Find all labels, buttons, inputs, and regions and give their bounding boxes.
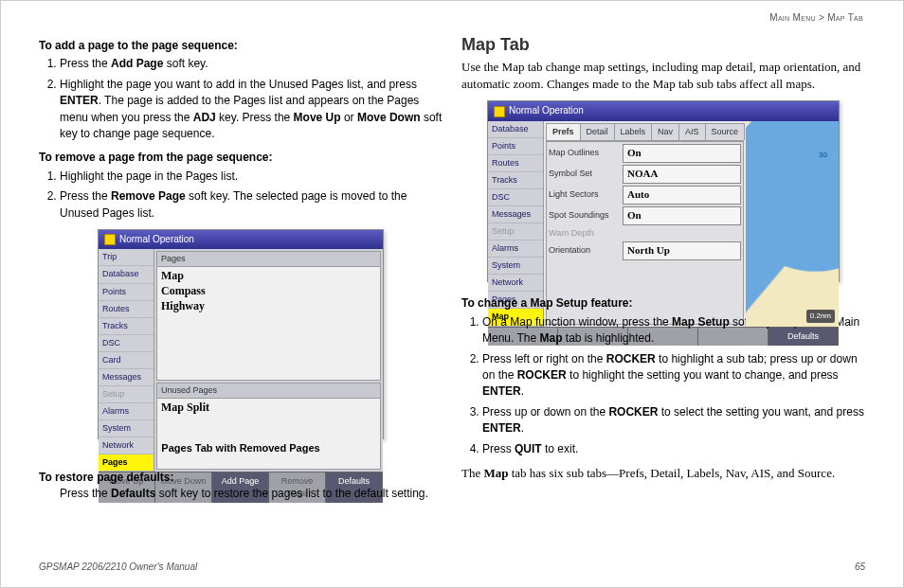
subtab-ais[interactable]: AIS	[678, 123, 706, 140]
add-step-2: Highlight the page you want to add in th…	[60, 77, 443, 143]
pages-tab-screenshot: Normal Operation TripDatabasePointsRoute…	[98, 229, 384, 439]
list-item[interactable]: Compass	[161, 284, 376, 299]
add-head: To add a page to the page sequence:	[39, 38, 443, 54]
sidebar-item-setup[interactable]: Setup	[488, 223, 543, 241]
sidebar-item-points[interactable]: Points	[99, 284, 154, 301]
sidebar-item-card[interactable]: Card	[99, 352, 154, 369]
pages-list: MapCompassHighway	[157, 267, 380, 380]
pages-panel: Pages MapCompassHighway	[156, 251, 381, 381]
map-preview: 30 0.2nm	[746, 121, 839, 327]
sidebar-item-points[interactable]: Points	[488, 138, 543, 155]
sidebar-item-system[interactable]: System	[488, 258, 543, 275]
remove-step-2: Press the Remove Page soft key. The sele…	[60, 188, 443, 222]
breadcrumb-sep: >	[819, 12, 824, 23]
setting-label: Orientation	[549, 244, 623, 257]
sidebar-item-network[interactable]: Network	[488, 275, 543, 292]
pages-panel-head: Pages	[157, 252, 380, 267]
sounding: 30	[819, 150, 827, 161]
sidebar-item-database[interactable]: Database	[99, 266, 154, 283]
subtab-row: PrefsDetailLabelsNavAISSource	[546, 123, 744, 141]
subtab-prefs[interactable]: Prefs	[546, 123, 581, 140]
change-step-3: Press up or down on the ROCKER to select…	[482, 404, 865, 437]
setting-label: Light Sectors	[549, 188, 623, 201]
change-step-4: Press QUIT to exit.	[482, 441, 865, 457]
map-tab-intro: Use the Map tab change map settings, inc…	[461, 59, 865, 93]
add-step-1: Press the Add Page soft key.	[60, 56, 443, 72]
setting-row-light-sectors: Light SectorsAuto	[549, 186, 741, 205]
setting-label: Warn Depth	[549, 227, 623, 240]
window-icon	[104, 234, 116, 245]
remove-steps: Highlight the page in the Pages list. Pr…	[39, 169, 443, 222]
setting-label: Map Outlines	[549, 147, 623, 159]
list-item[interactable]: Highway	[161, 299, 376, 314]
setting-row-symbol-set: Symbol SetNOAA	[549, 165, 741, 184]
breadcrumb: Main Menu > Map Tab	[769, 12, 863, 23]
sidebar-item-dsc[interactable]: DSC	[99, 335, 154, 352]
footer-page: 65	[855, 561, 865, 572]
breadcrumb-left: Main Menu	[769, 12, 816, 23]
sidebar-item-alarms[interactable]: Alarms	[99, 403, 154, 420]
subtab-nav[interactable]: Nav	[651, 123, 679, 140]
sidebar-item-dsc[interactable]: DSC	[488, 189, 543, 206]
subtab-detail[interactable]: Detail	[580, 123, 615, 140]
remove-step-1: Highlight the page in the Pages list.	[60, 169, 443, 185]
left-column: To add a page to the page sequence: Pres…	[39, 32, 443, 503]
setting-label: Spot Soundings	[549, 209, 623, 222]
window-titlebar: Normal Operation	[488, 101, 839, 121]
restore-body: Press the Defaults soft key to restore t…	[60, 486, 443, 502]
setting-row-warn-depth: Warn Depth	[549, 227, 741, 240]
add-steps: Press the Add Page soft key. Highlight t…	[39, 56, 443, 142]
window-icon	[494, 106, 505, 117]
map-tab-last: The Map tab has six sub tabs—Prefs, Deta…	[461, 465, 865, 482]
change-step-2: Press left or right on the ROCKER to hig…	[482, 351, 865, 401]
map-tab-title: Map Tab	[461, 32, 865, 57]
setting-row-spot-soundings: Spot SoundingsOn	[549, 206, 741, 225]
right-column: Map Tab Use the Map tab change map setti…	[461, 32, 865, 503]
setting-value[interactable]: Auto	[623, 186, 741, 205]
window-title: Normal Operation	[119, 233, 194, 247]
map-scale: 0.2nm	[806, 310, 835, 323]
setting-value[interactable]: On	[623, 144, 741, 163]
sidebar-item-setup[interactable]: Setup	[99, 386, 154, 403]
setting-value[interactable]: NOAA	[623, 165, 741, 184]
setting-row-map-outlines: Map OutlinesOn	[549, 144, 741, 163]
manual-page: Main Menu > Map Tab To add a page to the…	[0, 0, 904, 588]
list-item[interactable]: Map	[161, 269, 376, 284]
sidebar-item-database[interactable]: Database	[488, 121, 543, 138]
sidebar-item-network[interactable]: Network	[99, 437, 154, 454]
breadcrumb-right: Map Tab	[827, 12, 863, 23]
sidebar-item-routes[interactable]: Routes	[488, 155, 543, 172]
setting-value[interactable]: On	[623, 206, 741, 225]
sidebar-item-alarms[interactable]: Alarms	[488, 241, 543, 258]
list-item[interactable]: Map Split	[161, 401, 376, 416]
side-tab-list: TripDatabasePointsRoutesTracksDSCCardMes…	[99, 249, 154, 472]
sidebar-item-messages[interactable]: Messages	[488, 206, 543, 223]
footer-manual: GPSMAP 2206/2210 Owner's Manual	[39, 561, 197, 572]
sidebar-item-trip[interactable]: Trip	[99, 249, 154, 266]
sidebar-item-messages[interactable]: Messages	[99, 369, 154, 386]
map-tab-screenshot: Normal Operation DatabasePointsRoutesTra…	[487, 100, 840, 282]
remove-head: To remove a page from the page sequence:	[39, 150, 443, 166]
subtab-labels[interactable]: Labels	[614, 123, 653, 140]
setting-row-orientation: OrientationNorth Up	[549, 241, 741, 260]
window-title: Normal Operation	[509, 104, 584, 118]
sidebar-item-system[interactable]: System	[99, 420, 154, 437]
setting-label: Symbol Set	[549, 168, 623, 180]
unused-panel-head: Unused Pages	[157, 383, 380, 399]
unused-list: Map Split	[157, 399, 380, 469]
page-footer: GPSMAP 2206/2210 Owner's Manual 65	[39, 561, 865, 572]
window-titlebar: Normal Operation	[99, 230, 383, 250]
setting-value[interactable]: North Up	[623, 241, 741, 260]
sidebar-item-tracks[interactable]: Tracks	[488, 172, 543, 189]
sidebar-item-tracks[interactable]: Tracks	[99, 318, 154, 335]
subtab-source[interactable]: Source	[705, 123, 746, 140]
unused-panel: Unused Pages Map Split	[156, 383, 381, 470]
sidebar-item-routes[interactable]: Routes	[99, 301, 154, 318]
